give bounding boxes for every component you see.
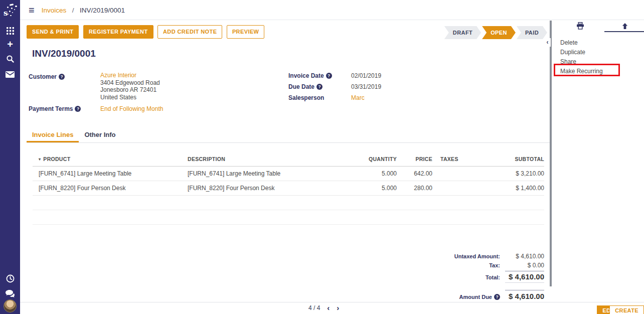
invoice-lines-table: ▾PRODUCT DESCRIPTION QUANTITY PRICE TAXE… [33, 152, 544, 225]
tab-invoice-lines[interactable]: Invoice Lines [27, 128, 79, 142]
invoice-form-screen: s + [0, 0, 644, 314]
salesperson-link[interactable]: Marc [351, 94, 365, 101]
table-header-row: ▾PRODUCT DESCRIPTION QUANTITY PRICE TAXE… [33, 152, 544, 167]
help-icon: ? [316, 84, 323, 90]
menu-hamburger-icon[interactable]: ≡ [29, 5, 35, 15]
salesperson-label: Salesperson [288, 94, 351, 101]
header-taxes[interactable]: TAXES [432, 156, 478, 162]
cell-price: 642.00 [397, 170, 432, 177]
help-icon: ? [494, 294, 500, 300]
payment-terms-link[interactable]: End of Following Month [100, 105, 163, 112]
breadcrumb-record: INV/2019/0001 [80, 7, 125, 14]
help-icon: ? [326, 73, 332, 79]
collapse-panel-button[interactable]: ‹ [544, 38, 551, 47]
action-button-row: SEND & PRINT REGISTER PAYMENT ADD CREDIT… [27, 25, 266, 39]
panel-divider-scrollbar[interactable] [550, 21, 552, 286]
total-label: Total: [426, 274, 500, 280]
record-pager: 4 / 4 ‹ › [308, 304, 346, 311]
cell-description: [FURN_6741] Large Meeting Table [188, 170, 353, 177]
customer-address-line: United States [100, 94, 160, 101]
header-subtotal[interactable]: SUBTOTAL [478, 156, 544, 162]
tax-value: $ 0.00 [505, 262, 544, 269]
customer-value: Azure Interior 3404 Edgewood Road Jonesb… [100, 72, 160, 101]
side-panel-menu: Delete Duplicate Share Make Recurring [552, 38, 644, 76]
record-title: INV/2019/0001 [32, 48, 96, 59]
upload-arrow-icon[interactable] [621, 23, 628, 32]
cell-product: [FURN_8220] Four Person Desk [33, 185, 188, 192]
logo-letter: s [4, 9, 8, 18]
add-credit-note-button[interactable]: ADD CREDIT NOTE [157, 25, 222, 39]
footer-bar: 4 / 4 ‹ › EDIT CREATE [20, 302, 644, 314]
menu-item-duplicate[interactable]: Duplicate [552, 47, 644, 57]
create-button[interactable]: CREATE [609, 305, 644, 314]
cell-quantity: 5.000 [353, 170, 397, 177]
payment-terms-value: End of Following Month [100, 104, 163, 113]
table-empty-row [33, 196, 544, 210]
breadcrumb-app-link[interactable]: Invoices [42, 7, 67, 14]
status-pipeline: DRAFT OPEN PAID [444, 26, 547, 39]
status-open[interactable]: OPEN [482, 26, 516, 39]
create-plus-icon[interactable]: + [0, 39, 20, 49]
customer-address-line: 3404 Edgewood Road [100, 79, 160, 87]
breadcrumb: Invoices / INV/2019/0001 [42, 6, 125, 15]
status-draft[interactable]: DRAFT [444, 26, 481, 39]
payment-terms-label: Payment Terms? [29, 104, 81, 113]
customer-address-line: Jonesboro AR 72401 [100, 86, 160, 94]
pager-count: 4 / 4 [308, 304, 320, 311]
due-date-label: Due Date? [288, 83, 351, 90]
print-icon[interactable] [576, 22, 584, 32]
form-view: SEND & PRINT REGISTER PAYMENT ADD CREDIT… [20, 21, 550, 302]
breadcrumb-separator: / [72, 7, 74, 14]
untaxed-amount-label: Untaxed Amount: [426, 253, 500, 259]
activities-clock-icon[interactable] [0, 274, 20, 283]
customer-link[interactable]: Azure Interior [100, 72, 160, 79]
untaxed-amount-value: $ 4,610.00 [505, 253, 544, 260]
table-row[interactable]: [FURN_6741] Large Meeting Table [FURN_67… [33, 167, 544, 181]
user-avatar[interactable] [4, 299, 17, 312]
help-icon: ? [59, 74, 65, 80]
menu-item-make-recurring[interactable]: Make Recurring [552, 66, 644, 76]
side-panel-header [552, 21, 644, 32]
cell-description: [FURN_8220] Four Person Desk [188, 185, 353, 192]
amount-due-value: $ 4,610.00 [505, 290, 544, 300]
menu-item-delete[interactable]: Delete [552, 38, 644, 47]
cell-subtotal: $ 1,400.00 [478, 185, 544, 192]
amount-due-label: Amount Due? [426, 294, 500, 300]
plus-glyph: + [7, 39, 13, 49]
cell-subtotal: $ 3,210.00 [478, 170, 544, 177]
due-date-value: 03/31/2019 [351, 83, 381, 90]
pager-previous-icon[interactable]: ‹ [327, 304, 330, 311]
actions-side-panel: Delete Duplicate Share Make Recurring [552, 21, 644, 302]
panel-active-tab-underline [604, 31, 644, 32]
table-row[interactable]: [FURN_8220] Four Person Desk [FURN_8220]… [33, 181, 544, 196]
mail-icon[interactable] [0, 70, 20, 78]
apps-grid-icon[interactable] [0, 26, 20, 35]
preview-button[interactable]: PREVIEW [227, 25, 265, 39]
tab-other-info[interactable]: Other Info [79, 128, 121, 142]
app-logo[interactable]: s [0, 0, 20, 20]
invoice-date-label: Invoice Date? [288, 72, 351, 79]
customer-label: Customer? [29, 72, 65, 81]
totals-block: Untaxed Amount: $ 4,610.00 Tax: $ 0.00 T… [426, 253, 544, 302]
total-value: $ 4,610.00 [505, 271, 544, 283]
search-icon[interactable] [0, 54, 20, 63]
register-payment-button[interactable]: REGISTER PAYMENT [83, 25, 153, 39]
invoice-date-value: 02/01/2019 [351, 72, 381, 79]
table-empty-row [33, 210, 544, 225]
sort-caret-icon: ▾ [39, 157, 41, 162]
cell-price: 280.00 [397, 185, 432, 192]
cell-quantity: 5.000 [353, 185, 397, 192]
app-sidebar: s + [0, 0, 20, 314]
menu-item-share[interactable]: Share [552, 57, 644, 66]
date-fields: Invoice Date? 02/01/2019 Due Date? 03/31… [288, 72, 381, 105]
header-description[interactable]: DESCRIPTION [188, 156, 353, 162]
header-product[interactable]: ▾PRODUCT [33, 156, 188, 162]
chat-icon[interactable] [0, 289, 20, 297]
header-quantity[interactable]: QUANTITY [353, 156, 397, 162]
pager-next-icon[interactable]: › [337, 304, 339, 311]
status-paid[interactable]: PAID [517, 26, 547, 39]
send-print-button[interactable]: SEND & PRINT [27, 25, 79, 39]
cell-product: [FURN_6741] Large Meeting Table [33, 170, 188, 177]
header-price[interactable]: PRICE [397, 156, 432, 162]
help-icon: ? [75, 106, 81, 112]
